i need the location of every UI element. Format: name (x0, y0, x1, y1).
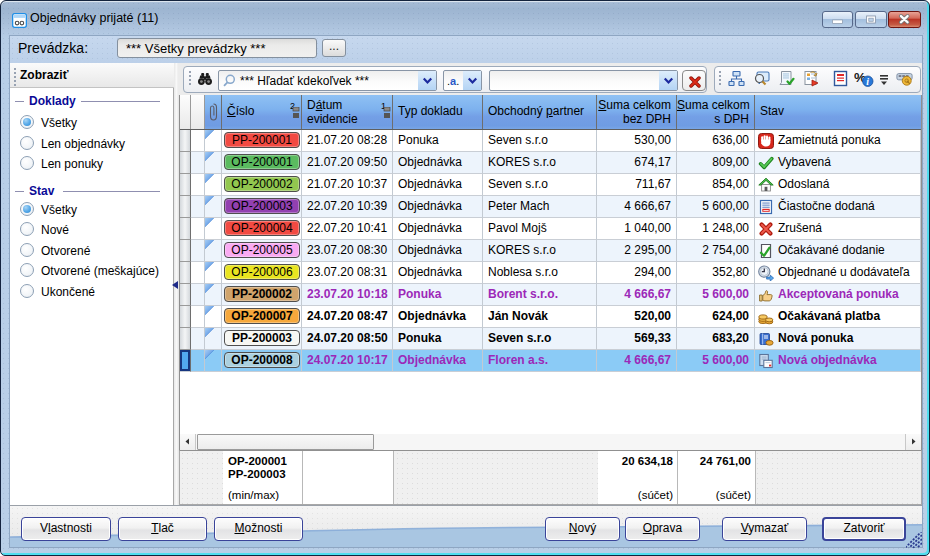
svg-text:i: i (866, 76, 869, 87)
